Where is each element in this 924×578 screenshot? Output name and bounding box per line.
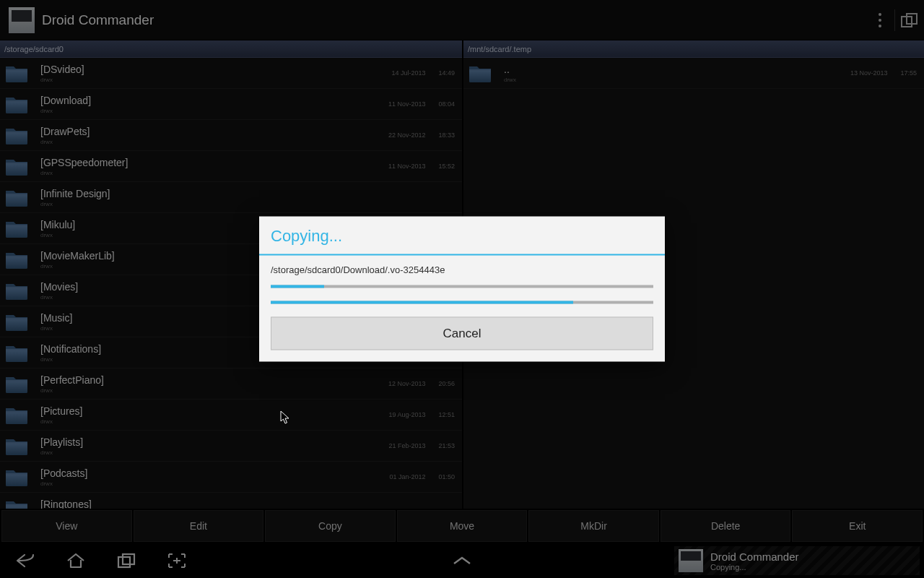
dialog-file-path: /storage/sdcard0/Download/.vo-3254443e <box>271 264 653 275</box>
dialog-title: Copying... <box>259 217 665 254</box>
copying-dialog: Copying... /storage/sdcard0/Download/.vo… <box>259 217 665 362</box>
progress-file <box>271 285 653 288</box>
cancel-button[interactable]: Cancel <box>271 317 653 350</box>
progress-total <box>271 301 653 304</box>
